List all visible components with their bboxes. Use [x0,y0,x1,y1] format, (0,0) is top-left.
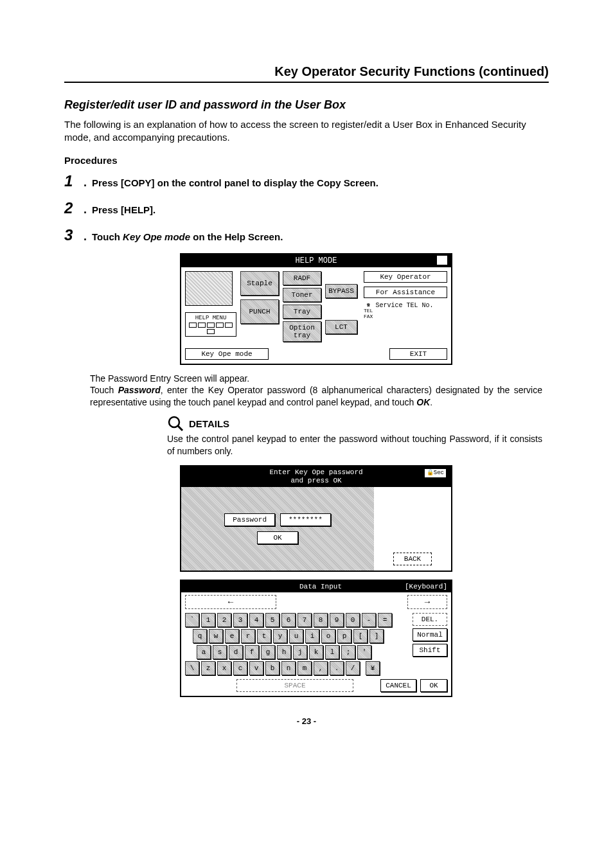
step3-pre: Touch [92,231,123,242]
key-2[interactable]: 2 [217,613,231,627]
key-1[interactable]: 1 [201,613,215,627]
key-s[interactable]: s [213,645,227,659]
key-.[interactable]: . [330,661,344,675]
arrow-left-button[interactable]: ← [185,595,276,609]
key-[[interactable]: [ [353,629,368,643]
lct-button[interactable]: LCT [325,320,357,334]
password-title-l2: and press OK [290,477,341,484]
step-number: 2 [64,199,78,217]
step-3: 3 . Touch Key Ope mode on the Help Scree… [64,226,549,244]
key-g[interactable]: g [261,645,275,659]
exit-button[interactable]: EXIT [389,348,447,360]
key-6[interactable]: 6 [281,613,296,627]
key-a[interactable]: a [197,645,211,659]
cancel-button[interactable]: CANCEL [380,679,416,692]
svg-point-0 [169,417,179,427]
page-number: - 23 - [64,716,549,726]
key-e[interactable]: e [225,629,239,643]
phone-icon: ☎ TEL FAX [364,302,373,319]
option-tray-button[interactable]: Option tray [283,321,321,342]
step-2: 2 . Press [HELP]. [64,199,549,217]
arrow-right-button[interactable]: → [407,595,447,609]
key-h[interactable]: h [277,645,291,659]
key-x[interactable]: x [217,661,231,675]
key-9[interactable]: 9 [330,613,344,627]
key-5[interactable]: 5 [265,613,280,627]
password-panel: Password ******** OK [181,487,374,571]
radf-button[interactable]: RADF [283,271,321,285]
svg-line-1 [178,426,182,430]
key-y[interactable]: y [273,629,287,643]
keyboard-title: Data Input [236,583,405,590]
step-text: Touch Key Ope mode on the Help Screen. [92,231,283,242]
key-0[interactable]: 0 [346,613,360,627]
key-i[interactable]: i [305,629,319,643]
space-key[interactable]: SPACE [236,679,353,692]
password-title-l1: Enter Key Ope password [269,468,362,476]
key-t[interactable]: t [257,629,271,643]
key-w[interactable]: w [209,629,223,643]
para1-l1: The Password Entry Screen will appear. [90,373,249,384]
keyboard-ok-button[interactable]: OK [420,679,447,692]
key-q[interactable]: q [193,629,207,643]
key-ope-mode-button[interactable]: Key Ope mode [185,348,269,360]
key-u[interactable]: u [289,629,303,643]
key-b[interactable]: b [265,661,280,675]
key-4[interactable]: 4 [249,613,263,627]
back-button[interactable]: BACK [393,553,432,565]
key-f[interactable]: f [245,645,259,659]
key-][interactable]: ] [369,629,384,643]
step-dot: . [84,230,87,244]
key-8[interactable]: 8 [314,613,328,627]
key-r[interactable]: r [241,629,255,643]
staple-button[interactable]: Staple [240,271,279,296]
key-v[interactable]: v [249,661,263,675]
key-yen[interactable]: ¥ [366,661,380,675]
key-j[interactable]: j [293,645,307,659]
key--[interactable]: - [362,613,376,627]
key-7[interactable]: 7 [298,613,312,627]
machine-diagram-icon [185,271,233,306]
grid-icon [188,323,234,334]
del-button[interactable]: DEL. [413,613,447,626]
key-operator-button[interactable]: Key Operator [364,271,447,283]
key-n[interactable]: n [281,661,296,675]
intro-paragraph: The following is an explanation of how t… [64,118,549,145]
key-,[interactable]: , [314,661,328,675]
for-assistance-button[interactable]: For Assistance [364,287,447,298]
key-d[interactable]: d [229,645,243,659]
key-k[interactable]: k [309,645,323,659]
key-c[interactable]: c [233,661,247,675]
key-;[interactable]: ; [341,645,355,659]
magnifier-icon [167,415,184,432]
details-header: DETAILS [167,415,542,432]
key-3[interactable]: 3 [233,613,247,627]
key-p[interactable]: p [337,629,351,643]
shift-button[interactable]: Shift [413,644,447,657]
page-title: Key Operator Security Functions (continu… [64,64,549,83]
key-/[interactable]: / [346,661,360,675]
fax-label: FAX [364,314,373,319]
keyboard-titlebar: Data Input [Keyboard] [181,581,451,592]
key-z[interactable]: z [201,661,215,675]
bypass-button[interactable]: BYPASS [325,284,357,298]
step3-ital: Key Ope mode [123,231,190,242]
toner-button[interactable]: Toner [283,288,321,302]
key-\[interactable]: \ [185,661,199,675]
punch-button[interactable]: PUNCH [240,299,279,324]
key-=[interactable]: = [378,613,392,627]
step-dot: . [84,176,87,190]
ok-button[interactable]: OK [257,531,298,544]
tray-button[interactable]: Tray [283,305,321,319]
key-`[interactable]: ` [185,613,199,627]
key-l[interactable]: l [325,645,339,659]
key-o[interactable]: o [321,629,335,643]
key-'[interactable]: ' [357,645,371,659]
key-m[interactable]: m [298,661,312,675]
normal-button[interactable]: Normal [413,628,447,641]
password-field[interactable]: ******** [280,513,331,526]
password-button[interactable]: Password [224,513,275,526]
help-menu-box[interactable]: HELP MENU [185,312,236,337]
tel-label: TEL [364,308,373,314]
para1-ok-word: OK [416,397,430,407]
